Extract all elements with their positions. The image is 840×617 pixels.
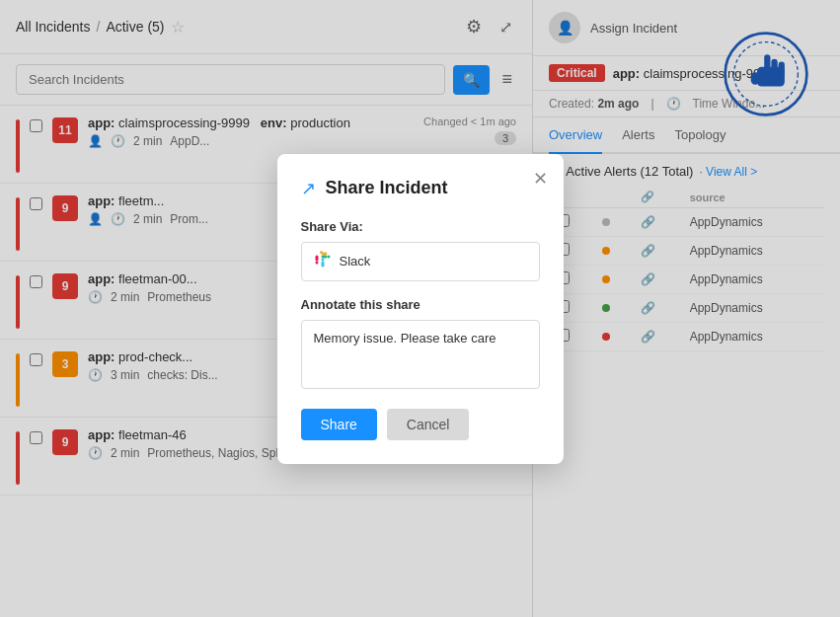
svg-rect-3 xyxy=(321,252,327,255)
annotation-text[interactable]: Memory issue. Please take care xyxy=(301,320,540,389)
modal-title: Share Incident xyxy=(326,178,448,198)
slack-option-label: Slack xyxy=(340,254,371,269)
slack-icon xyxy=(314,251,332,272)
app-container: All Incidents / Active (5) ☆ ⚙ ⤢ 🔍 ≡ 11 xyxy=(0,0,840,617)
share-button[interactable]: Share xyxy=(301,409,377,440)
share-via-label: Share Via: xyxy=(301,219,540,234)
cancel-button[interactable]: Cancel xyxy=(387,409,470,440)
svg-rect-1 xyxy=(315,255,318,261)
annotate-label: Annotate this share xyxy=(301,297,540,312)
share-incident-modal: ↗ Share Incident ✕ Share Via: xyxy=(277,154,564,464)
svg-rect-0 xyxy=(315,261,318,264)
svg-rect-5 xyxy=(321,255,327,258)
svg-rect-7 xyxy=(321,258,324,261)
svg-rect-14 xyxy=(751,72,760,85)
svg-rect-6 xyxy=(321,261,324,267)
modal-share-icon: ↗ xyxy=(301,178,316,199)
modal-close-button[interactable]: ✕ xyxy=(533,170,548,188)
svg-rect-4 xyxy=(327,255,330,258)
modal-overlay[interactable]: ↗ Share Incident ✕ Share Via: xyxy=(0,0,840,617)
share-via-box[interactable]: Slack xyxy=(301,242,540,281)
hand-illustration xyxy=(722,30,810,118)
svg-rect-13 xyxy=(757,67,785,87)
modal-actions: Share Cancel xyxy=(301,409,540,440)
modal-header: ↗ Share Incident xyxy=(301,178,540,199)
